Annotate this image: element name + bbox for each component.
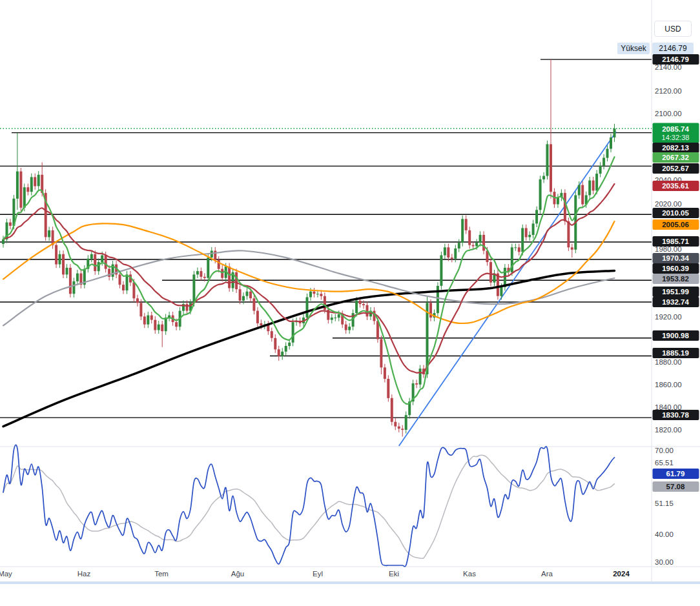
price-axis-badge-value: 1900.98	[662, 332, 689, 339]
candle-body	[518, 247, 520, 252]
price-axis-badge-value: 2082.13	[662, 144, 689, 152]
candle-body	[366, 305, 369, 317]
price-axis-badge-value: 2005.06	[662, 221, 689, 228]
candle-body	[504, 268, 506, 287]
price-axis-badge-value: 1960.39	[662, 265, 689, 272]
candle-countdown: 14:32:38	[662, 134, 690, 141]
candle-body	[122, 285, 125, 290]
candle-body	[271, 331, 273, 338]
candle-body	[313, 292, 315, 294]
candle-body	[242, 296, 245, 301]
candle-body	[98, 262, 100, 271]
candle-body	[221, 269, 223, 278]
candle-body	[228, 267, 231, 288]
candle-body	[458, 243, 460, 248]
price-axis-tick: 51.15	[655, 500, 674, 507]
candle-body	[66, 268, 68, 275]
candle-body	[581, 185, 584, 205]
candle-body	[69, 268, 72, 294]
candle-body	[147, 316, 149, 325]
candle-body	[532, 223, 535, 235]
candle-body	[161, 325, 163, 332]
candle-body	[465, 219, 468, 230]
price-axis-tick: 2020.00	[655, 200, 682, 208]
candle-body	[203, 277, 206, 278]
candle-body	[578, 185, 581, 196]
candle-body	[306, 298, 309, 318]
candle-body	[440, 256, 442, 286]
price-axis-badge-value: 1951.99	[662, 288, 689, 296]
price-axis-badge-value: 1970.34	[662, 254, 689, 262]
price-axis-tick: 1820.00	[655, 426, 682, 434]
trading-chart-window: MayHazTemAğuEylEkiKasAra20242140.002120.…	[0, 0, 700, 606]
candle-body	[218, 260, 220, 269]
candle-body	[30, 177, 33, 192]
currency-toggle-button[interactable]: USD	[654, 21, 692, 37]
candle-body	[292, 322, 294, 343]
candle-body	[34, 177, 36, 186]
candle-body	[175, 322, 178, 327]
candle-body	[595, 174, 598, 190]
candle-body	[539, 179, 542, 210]
candle-body	[468, 230, 471, 245]
candle-body	[525, 228, 528, 237]
candle-body	[132, 283, 135, 299]
candle-body	[384, 367, 386, 379]
chart-canvas[interactable]: MayHazTemAğuEylEkiKasAra20242140.002120.…	[0, 0, 700, 606]
candle-body	[345, 325, 347, 330]
candle-body	[274, 338, 276, 350]
candle-body	[567, 221, 570, 247]
candle-body	[281, 352, 283, 356]
candle-body	[105, 256, 107, 269]
candle-body	[447, 247, 449, 258]
candle-body	[316, 294, 319, 294]
candle-body	[143, 316, 146, 324]
candle-body	[599, 166, 602, 174]
candle-body	[606, 149, 609, 158]
candle-body	[564, 193, 566, 221]
candle-body	[23, 187, 26, 208]
price-axis-tick: 65.51	[655, 459, 674, 467]
candle-body	[72, 281, 75, 294]
candle-body	[444, 247, 446, 255]
candle-body	[602, 158, 605, 166]
candle-body	[521, 228, 524, 252]
chart-background	[0, 0, 700, 606]
price-axis-tick: 2100.00	[655, 110, 682, 117]
candle-body	[334, 318, 336, 318]
price-axis-badge-value: 2010.05	[662, 209, 689, 217]
candle-body	[479, 235, 482, 243]
candle-body	[48, 230, 50, 237]
candle-body	[380, 339, 382, 368]
candle-body	[489, 262, 492, 283]
candle-body	[610, 137, 612, 149]
candle-body	[59, 254, 61, 265]
candle-body	[338, 314, 340, 318]
price-axis-badge-value: 1885.19	[662, 349, 689, 357]
high-tooltip-label: Yüksek	[617, 43, 650, 54]
price-axis-badge-value: 61.79	[666, 470, 685, 478]
time-axis[interactable]	[0, 567, 652, 584]
candle-body	[320, 294, 322, 296]
candle-body	[405, 415, 407, 430]
candle-body	[150, 316, 153, 320]
candle-body	[475, 243, 478, 246]
candle-body	[139, 303, 142, 316]
candle-body	[387, 379, 389, 398]
candle-body	[37, 175, 40, 187]
candle-body	[239, 289, 242, 301]
price-axis-tick: 1920.00	[655, 313, 682, 321]
candle-body	[90, 254, 93, 259]
price-axis-badge-value: 1985.71	[662, 237, 689, 245]
candle-body	[331, 318, 333, 320]
high-tooltip-value: 2146.79	[652, 43, 694, 54]
candle-body	[235, 272, 238, 289]
candle-body	[542, 176, 545, 179]
candle-body	[454, 248, 457, 259]
candle-body	[401, 429, 404, 430]
candle-body	[26, 187, 29, 192]
candle-body	[500, 287, 502, 296]
candle-body	[136, 298, 139, 303]
candle-body	[309, 292, 312, 298]
candle-body	[419, 369, 422, 385]
